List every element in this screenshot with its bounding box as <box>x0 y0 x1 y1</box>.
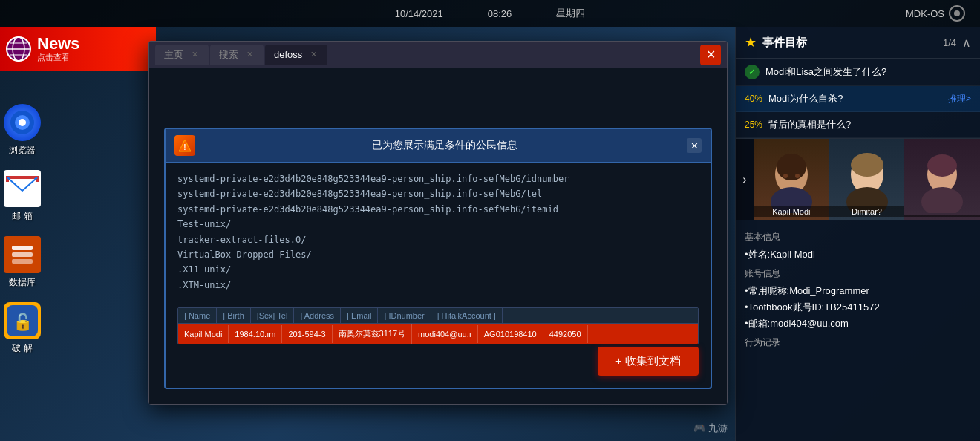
news-globe-icon <box>0 27 37 71</box>
dialog-content: systemd-private-e2d3d4b20e848g523344ea9-… <box>166 163 710 301</box>
filepath-0: systemd-private-e2d3d4b20e848g523344ea9-… <box>177 172 699 186</box>
account-info-1: •Toothbook账号ID:TB25411572 <box>745 299 971 316</box>
crack-icon: 🔓 <box>4 302 41 339</box>
basic-info-name: •姓名:Kapil Modi <box>745 246 971 263</box>
database-label: 数据库 <box>9 276 36 289</box>
svg-point-27 <box>927 154 957 177</box>
portrait-2-label: Dimitar? <box>829 206 905 217</box>
col-address: | Address <box>294 308 341 323</box>
svg-point-20 <box>795 174 800 178</box>
sidebar-item-database[interactable]: 数据库 <box>1 233 44 292</box>
col-sex-tel: |Sex| Tel <box>251 308 295 323</box>
data-row-0[interactable]: Kapil Modi 1984.10.ım 201-594-3 南奥尔莫兹311… <box>178 324 698 344</box>
filepath-5: VirtualBox-Dropped-Files/ <box>177 247 699 262</box>
star-icon: ★ <box>745 34 757 50</box>
account-info-2: •邮箱:modi404@uu.com <box>745 316 971 332</box>
panel-header: ★ 事件目标 1/4 ∧ <box>736 27 980 59</box>
svg-rect-13 <box>12 252 33 257</box>
objective-percent-2: 25% <box>745 120 762 130</box>
tab-search-close[interactable]: ✕ <box>244 50 255 60</box>
svg-rect-14 <box>12 259 33 264</box>
svg-rect-12 <box>12 246 33 250</box>
portrait-3[interactable] <box>904 139 980 220</box>
browser-tab-bar: 主页 ✕ 搜索 ✕ defoss ✕ ✕ <box>149 42 727 68</box>
collect-button[interactable]: + 收集到文档 <box>598 347 699 376</box>
col-name: | Name <box>178 308 217 323</box>
sidebar-item-crack[interactable]: 🔓 破 解 <box>1 299 44 358</box>
browser-label: 浏览器 <box>9 144 36 157</box>
objective-item-1[interactable]: 40% Modi为什么自杀? 推理> <box>736 86 980 112</box>
mail-icon <box>4 170 41 207</box>
dialog-close-button[interactable]: ✕ <box>687 138 702 153</box>
cell-sex-tel: 201-594-3 <box>282 325 332 343</box>
account-info-0: •常用昵称:Modi_Programmer <box>745 283 971 299</box>
browser-window: 主页 ✕ 搜索 ✕ defoss ✕ ✕ ! <box>148 41 728 405</box>
char-info: 基本信息 •姓名:Kapil Modi 账号信息 •常用昵称:Modi_Prog… <box>736 220 980 358</box>
data-table-header: | Name | Birth |Sex| Tel | Address | Ema… <box>178 308 698 324</box>
portrait-3-bg <box>904 139 980 220</box>
objectives-list: ✓ Modi和Lisa之间发生了什么? 40% Modi为什么自杀? 推理> 2… <box>736 59 980 139</box>
cell-email: modi404@uu.ı <box>412 325 478 343</box>
watermark: 🎮 九游 <box>693 422 728 435</box>
svg-text:!: ! <box>183 143 186 151</box>
behavior-title: 行为记录 <box>745 336 971 349</box>
panel-title: 事件目标 <box>762 36 937 50</box>
dialog-icon: ! <box>174 135 195 156</box>
inner-dialog: ! 已为您展示满足条件的公民信息 ✕ systemd-private-e2d3d… <box>164 128 712 389</box>
tab-search-label: 搜索 <box>219 48 238 62</box>
browser-close-button[interactable]: ✕ <box>700 45 721 65</box>
objective-percent-1: 40% <box>745 94 762 104</box>
portrait-kapil-label: Kapil Modi <box>754 206 829 217</box>
svg-point-19 <box>783 174 788 178</box>
filepath-1: systemd-private-e2d3d4b20e848g523344ea9-… <box>177 186 699 201</box>
sidebar-item-browser[interactable]: 浏览器 <box>1 101 44 160</box>
collapse-button[interactable]: ∧ <box>962 36 971 50</box>
svg-point-24 <box>851 153 883 177</box>
tab-defoss[interactable]: defoss ✕ <box>265 45 327 65</box>
browser-icon <box>4 104 41 141</box>
objective-text-2: 背后的真相是什么? <box>768 118 971 131</box>
tab-homepage-label: 主页 <box>164 48 183 62</box>
tab-homepage[interactable]: 主页 ✕ <box>155 45 209 65</box>
news-badge[interactable]: News 点击查看 <box>0 27 156 71</box>
cell-idnumber: AG010198410 <box>478 325 543 343</box>
portrait-2[interactable]: Dimitar? <box>829 139 905 220</box>
os-label: MDK-OS <box>906 5 965 22</box>
filepath-2: systemd-private-e2d3d4b20e848g523344ea9-… <box>177 202 699 217</box>
weekday-display: 星期四 <box>556 7 585 20</box>
filepath-7: .XTM-unix/ <box>177 278 699 293</box>
filepath-6: .X11-unix/ <box>177 262 699 277</box>
mail-label: 邮 箱 <box>12 210 32 223</box>
filepath-3: Test-unix/ <box>177 217 699 232</box>
portrait-3-label <box>904 215 980 217</box>
topbar: 10/14/2021 08:26 星期四 MDK-OS <box>0 0 980 27</box>
objective-item-2[interactable]: 25% 背后的真相是什么? <box>736 112 980 138</box>
svg-point-18 <box>777 154 806 180</box>
cell-address: 南奥尔莫兹3117号 <box>333 324 412 344</box>
cell-hitalk: 4492050 <box>543 325 588 343</box>
panel-progress: 1/4 <box>943 37 956 48</box>
os-icon <box>949 5 965 22</box>
portrait-kapil[interactable]: Kapil Modi <box>754 139 829 220</box>
svg-point-28 <box>921 187 963 213</box>
objective-text-0: Modi和Lisa之间发生了什么? <box>765 65 971 79</box>
sidebar-item-mail[interactable]: 邮 箱 <box>1 167 44 226</box>
objective-text-1: Modi为什么自杀? <box>768 92 948 105</box>
topbar-right: MDK-OS <box>906 5 965 22</box>
cell-name: Kapil Modi <box>178 325 229 343</box>
objective-action-1[interactable]: 推理> <box>948 93 971 105</box>
tab-homepage-close[interactable]: ✕ <box>189 50 200 60</box>
dialog-header: ! 已为您展示满足条件的公民信息 ✕ <box>166 129 710 163</box>
portrait-prev-nav[interactable]: › <box>736 139 754 220</box>
sidebar: 浏览器 邮 箱 <box>0 27 45 441</box>
date-display: 10/14/2021 <box>395 8 443 19</box>
col-birth: | Birth <box>217 308 251 323</box>
desktop: PRIORD 10/14/2021 08:26 星期四 MDK-OS News … <box>0 0 980 441</box>
col-hitalk: | HitalkAccount | <box>431 308 503 323</box>
tab-defoss-close[interactable]: ✕ <box>308 50 318 60</box>
filepath-4: tracker-extract-files.0/ <box>177 232 699 247</box>
tab-search[interactable]: 搜索 ✕ <box>210 45 264 65</box>
objective-item-0[interactable]: ✓ Modi和Lisa之间发生了什么? <box>736 59 980 86</box>
portrait-area: › Kapil Modi <box>736 139 980 220</box>
database-icon <box>4 236 41 273</box>
